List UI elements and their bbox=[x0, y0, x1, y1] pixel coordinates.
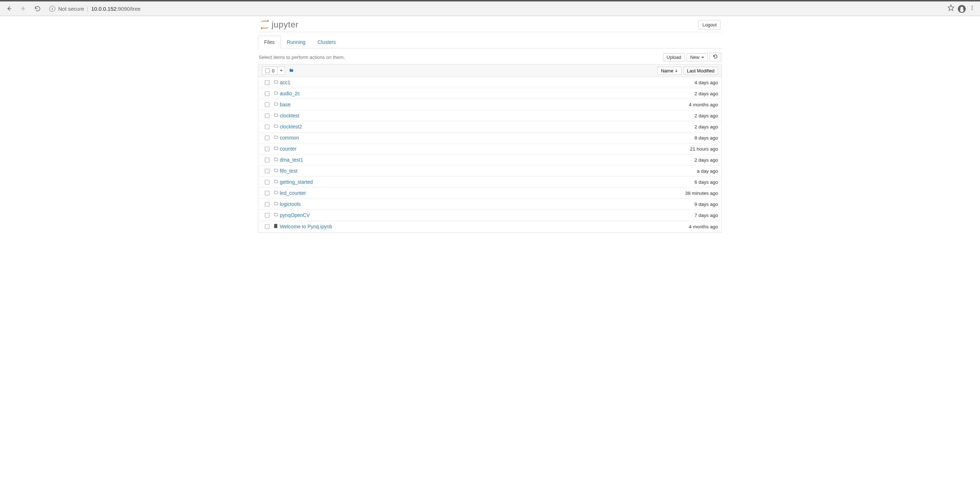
file-row: counter21 hours ago bbox=[258, 143, 722, 154]
file-row: common8 days ago bbox=[258, 132, 722, 143]
folder-icon bbox=[272, 124, 280, 130]
sort-name-button[interactable]: Name bbox=[657, 67, 682, 75]
folder-icon bbox=[272, 201, 280, 207]
item-link[interactable]: logictools bbox=[280, 201, 301, 207]
file-row: getting_started6 days ago bbox=[258, 176, 722, 187]
row-checkbox[interactable] bbox=[265, 80, 269, 85]
folder-icon bbox=[272, 135, 280, 141]
security-status: Not secure bbox=[58, 6, 84, 12]
svg-point-3 bbox=[972, 6, 973, 7]
file-row: audio_2c2 days ago bbox=[258, 88, 722, 99]
folder-icon bbox=[272, 90, 280, 96]
browser-menu-icon[interactable] bbox=[969, 5, 975, 13]
reload-button[interactable] bbox=[32, 3, 43, 14]
row-checkbox[interactable] bbox=[265, 169, 269, 173]
sort-modified-button[interactable]: Last Modified bbox=[683, 67, 718, 75]
item-modified: 7 days ago bbox=[668, 213, 718, 218]
row-checkbox[interactable] bbox=[265, 136, 269, 140]
row-checkbox[interactable] bbox=[265, 158, 269, 162]
logout-button[interactable]: Logout bbox=[698, 20, 721, 30]
jupyter-logo-text: jupyter bbox=[272, 20, 299, 30]
item-modified: 4 months ago bbox=[668, 224, 718, 229]
row-checkbox[interactable] bbox=[265, 191, 269, 195]
file-row: pynqOpenCV7 days ago bbox=[258, 209, 722, 221]
item-modified: a day ago bbox=[668, 168, 718, 174]
item-modified: 2 days ago bbox=[668, 113, 718, 119]
item-link[interactable]: audio_2c bbox=[280, 90, 300, 96]
svg-rect-7 bbox=[274, 224, 274, 229]
site-info-icon[interactable]: i bbox=[49, 6, 55, 12]
row-checkbox[interactable] bbox=[265, 180, 269, 184]
row-checkbox[interactable] bbox=[265, 147, 269, 151]
forward-button[interactable] bbox=[17, 3, 29, 14]
folder-icon bbox=[272, 212, 280, 218]
breadcrumb-root-icon[interactable] bbox=[289, 68, 294, 74]
row-checkbox[interactable] bbox=[265, 113, 269, 118]
row-checkbox[interactable] bbox=[265, 213, 269, 217]
tab-files[interactable]: Files bbox=[258, 36, 281, 49]
file-row: acc14 days ago bbox=[258, 77, 722, 88]
sort-arrow-icon bbox=[675, 68, 678, 73]
file-row: logictools9 days ago bbox=[258, 198, 722, 209]
item-modified: 21 hours ago bbox=[668, 146, 718, 152]
back-button[interactable] bbox=[3, 3, 15, 14]
item-link[interactable]: getting_started bbox=[280, 179, 313, 185]
svg-point-4 bbox=[972, 8, 973, 9]
jupyter-logo[interactable]: jupyter bbox=[259, 20, 299, 30]
item-link[interactable]: common bbox=[280, 135, 299, 141]
folder-icon bbox=[272, 79, 280, 85]
item-link[interactable]: Welcome to Pynq.ipynb bbox=[280, 224, 332, 229]
folder-icon bbox=[272, 102, 280, 107]
list-header: 0 Name Last Modified bbox=[258, 64, 722, 77]
selected-count: 0 bbox=[272, 68, 274, 73]
item-modified: 38 minutes ago bbox=[668, 190, 718, 196]
refresh-button[interactable] bbox=[710, 53, 721, 61]
item-modified: 2 days ago bbox=[668, 157, 718, 163]
tab-bar: Files Running Clusters bbox=[258, 36, 722, 49]
item-link[interactable]: dma_test1 bbox=[280, 157, 303, 163]
item-modified: 8 days ago bbox=[668, 135, 718, 141]
item-link[interactable]: pynqOpenCV bbox=[280, 212, 310, 218]
row-checkbox[interactable] bbox=[265, 91, 269, 96]
file-row: base4 months ago bbox=[258, 99, 722, 110]
select-all-checkbox[interactable] bbox=[265, 68, 270, 73]
item-modified: 4 days ago bbox=[668, 80, 718, 85]
file-row: Welcome to Pynq.ipynb4 months ago bbox=[258, 221, 722, 232]
upload-button[interactable]: Upload bbox=[663, 53, 685, 61]
svg-point-5 bbox=[972, 9, 973, 10]
item-link[interactable]: led_counter bbox=[280, 190, 306, 196]
item-link[interactable]: base bbox=[280, 102, 291, 107]
folder-icon bbox=[272, 190, 280, 196]
item-link[interactable]: fifo_test bbox=[280, 168, 297, 174]
row-checkbox[interactable] bbox=[265, 102, 269, 107]
folder-icon bbox=[272, 168, 280, 174]
address-bar[interactable]: i Not secure | 10.0.0.152:9090/tree bbox=[46, 3, 943, 14]
select-all-dropdown[interactable]: 0 bbox=[262, 67, 285, 75]
select-caret-icon[interactable] bbox=[278, 67, 285, 75]
action-toolbar: Select items to perform actions on them.… bbox=[258, 49, 722, 64]
tab-clusters[interactable]: Clusters bbox=[312, 36, 342, 49]
notebook-icon bbox=[272, 223, 280, 230]
row-checkbox[interactable] bbox=[265, 124, 269, 129]
row-checkbox[interactable] bbox=[265, 224, 269, 229]
selection-hint: Select items to perform actions on them. bbox=[259, 55, 345, 60]
tab-running[interactable]: Running bbox=[281, 36, 312, 49]
file-row: led_counter38 minutes ago bbox=[258, 187, 722, 198]
svg-marker-2 bbox=[948, 5, 954, 11]
item-modified: 2 days ago bbox=[668, 91, 718, 96]
new-dropdown[interactable]: New bbox=[687, 53, 708, 61]
jupyter-logo-icon bbox=[260, 20, 269, 29]
item-link[interactable]: clocktest2 bbox=[280, 124, 302, 130]
item-modified: 6 days ago bbox=[668, 179, 718, 185]
item-link[interactable]: acc1 bbox=[280, 79, 291, 85]
account-icon[interactable] bbox=[958, 4, 966, 13]
folder-icon bbox=[272, 146, 280, 152]
folder-icon bbox=[272, 157, 280, 163]
file-list: acc14 days agoaudio_2c2 days agobase4 mo… bbox=[258, 77, 722, 233]
item-link[interactable]: counter bbox=[280, 146, 297, 152]
item-link[interactable]: clocktest bbox=[280, 113, 299, 119]
folder-icon bbox=[272, 113, 280, 119]
file-row: clocktest22 days ago bbox=[258, 121, 722, 132]
bookmark-star-icon[interactable] bbox=[948, 4, 954, 13]
row-checkbox[interactable] bbox=[265, 202, 269, 206]
